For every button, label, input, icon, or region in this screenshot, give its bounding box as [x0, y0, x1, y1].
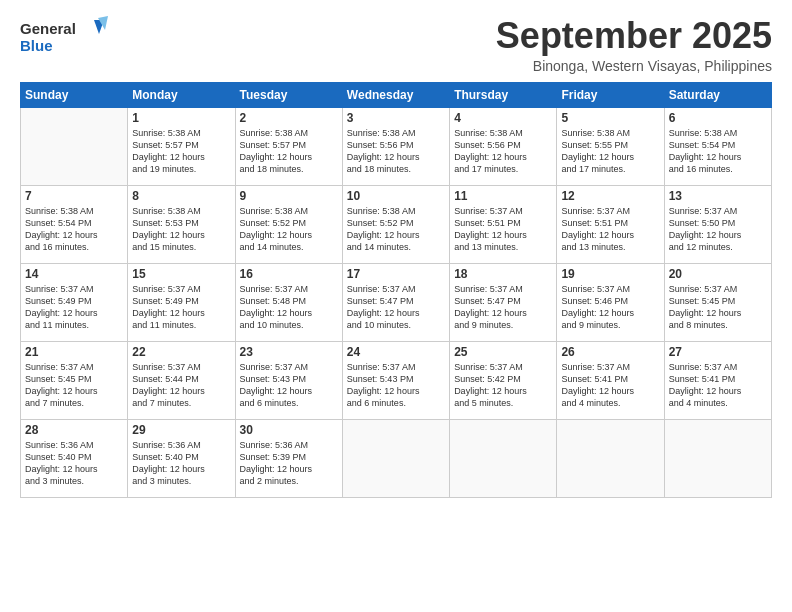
day-info: Sunrise: 5:38 AM Sunset: 5:52 PM Dayligh…: [240, 205, 338, 254]
calendar-cell: 26Sunrise: 5:37 AM Sunset: 5:41 PM Dayli…: [557, 341, 664, 419]
calendar-cell: [557, 419, 664, 497]
calendar-cell: 13Sunrise: 5:37 AM Sunset: 5:50 PM Dayli…: [664, 185, 771, 263]
calendar-week-row: 1Sunrise: 5:38 AM Sunset: 5:57 PM Daylig…: [21, 107, 772, 185]
day-number: 30: [240, 423, 338, 437]
day-info: Sunrise: 5:36 AM Sunset: 5:40 PM Dayligh…: [25, 439, 123, 488]
day-number: 14: [25, 267, 123, 281]
calendar-cell: 22Sunrise: 5:37 AM Sunset: 5:44 PM Dayli…: [128, 341, 235, 419]
title-area: September 2025 Binonga, Western Visayas,…: [496, 16, 772, 74]
day-info: Sunrise: 5:37 AM Sunset: 5:43 PM Dayligh…: [347, 361, 445, 410]
day-number: 26: [561, 345, 659, 359]
day-number: 9: [240, 189, 338, 203]
day-info: Sunrise: 5:37 AM Sunset: 5:43 PM Dayligh…: [240, 361, 338, 410]
day-number: 17: [347, 267, 445, 281]
weekday-header: Sunday: [21, 82, 128, 107]
day-info: Sunrise: 5:37 AM Sunset: 5:50 PM Dayligh…: [669, 205, 767, 254]
weekday-header: Saturday: [664, 82, 771, 107]
day-number: 27: [669, 345, 767, 359]
day-number: 29: [132, 423, 230, 437]
logo: General Blue: [20, 16, 110, 61]
day-info: Sunrise: 5:37 AM Sunset: 5:45 PM Dayligh…: [669, 283, 767, 332]
calendar: SundayMondayTuesdayWednesdayThursdayFrid…: [20, 82, 772, 498]
day-number: 8: [132, 189, 230, 203]
day-number: 6: [669, 111, 767, 125]
calendar-cell: 20Sunrise: 5:37 AM Sunset: 5:45 PM Dayli…: [664, 263, 771, 341]
logo-svg: General Blue: [20, 16, 110, 61]
weekday-header: Wednesday: [342, 82, 449, 107]
calendar-cell: 9Sunrise: 5:38 AM Sunset: 5:52 PM Daylig…: [235, 185, 342, 263]
calendar-cell: 7Sunrise: 5:38 AM Sunset: 5:54 PM Daylig…: [21, 185, 128, 263]
calendar-week-row: 14Sunrise: 5:37 AM Sunset: 5:49 PM Dayli…: [21, 263, 772, 341]
calendar-cell: 17Sunrise: 5:37 AM Sunset: 5:47 PM Dayli…: [342, 263, 449, 341]
day-info: Sunrise: 5:37 AM Sunset: 5:47 PM Dayligh…: [347, 283, 445, 332]
day-info: Sunrise: 5:36 AM Sunset: 5:39 PM Dayligh…: [240, 439, 338, 488]
calendar-cell: 14Sunrise: 5:37 AM Sunset: 5:49 PM Dayli…: [21, 263, 128, 341]
header: General Blue September 2025 Binonga, Wes…: [20, 16, 772, 74]
month-title: September 2025: [496, 16, 772, 56]
day-number: 18: [454, 267, 552, 281]
day-info: Sunrise: 5:37 AM Sunset: 5:42 PM Dayligh…: [454, 361, 552, 410]
calendar-cell: 19Sunrise: 5:37 AM Sunset: 5:46 PM Dayli…: [557, 263, 664, 341]
calendar-cell: 27Sunrise: 5:37 AM Sunset: 5:41 PM Dayli…: [664, 341, 771, 419]
calendar-cell: 25Sunrise: 5:37 AM Sunset: 5:42 PM Dayli…: [450, 341, 557, 419]
svg-text:General: General: [20, 20, 76, 37]
calendar-week-row: 21Sunrise: 5:37 AM Sunset: 5:45 PM Dayli…: [21, 341, 772, 419]
calendar-cell: 6Sunrise: 5:38 AM Sunset: 5:54 PM Daylig…: [664, 107, 771, 185]
day-number: 20: [669, 267, 767, 281]
day-info: Sunrise: 5:37 AM Sunset: 5:48 PM Dayligh…: [240, 283, 338, 332]
day-info: Sunrise: 5:37 AM Sunset: 5:41 PM Dayligh…: [561, 361, 659, 410]
calendar-cell: 5Sunrise: 5:38 AM Sunset: 5:55 PM Daylig…: [557, 107, 664, 185]
day-info: Sunrise: 5:38 AM Sunset: 5:56 PM Dayligh…: [347, 127, 445, 176]
weekday-header: Friday: [557, 82, 664, 107]
calendar-cell: 11Sunrise: 5:37 AM Sunset: 5:51 PM Dayli…: [450, 185, 557, 263]
day-number: 21: [25, 345, 123, 359]
day-info: Sunrise: 5:37 AM Sunset: 5:49 PM Dayligh…: [25, 283, 123, 332]
day-info: Sunrise: 5:37 AM Sunset: 5:49 PM Dayligh…: [132, 283, 230, 332]
weekday-header: Monday: [128, 82, 235, 107]
day-number: 23: [240, 345, 338, 359]
calendar-week-row: 28Sunrise: 5:36 AM Sunset: 5:40 PM Dayli…: [21, 419, 772, 497]
calendar-cell: 18Sunrise: 5:37 AM Sunset: 5:47 PM Dayli…: [450, 263, 557, 341]
day-number: 4: [454, 111, 552, 125]
day-number: 3: [347, 111, 445, 125]
calendar-cell: 24Sunrise: 5:37 AM Sunset: 5:43 PM Dayli…: [342, 341, 449, 419]
day-info: Sunrise: 5:38 AM Sunset: 5:56 PM Dayligh…: [454, 127, 552, 176]
day-number: 22: [132, 345, 230, 359]
day-info: Sunrise: 5:38 AM Sunset: 5:52 PM Dayligh…: [347, 205, 445, 254]
day-number: 5: [561, 111, 659, 125]
day-info: Sunrise: 5:37 AM Sunset: 5:44 PM Dayligh…: [132, 361, 230, 410]
day-number: 2: [240, 111, 338, 125]
day-number: 24: [347, 345, 445, 359]
calendar-cell: 10Sunrise: 5:38 AM Sunset: 5:52 PM Dayli…: [342, 185, 449, 263]
day-info: Sunrise: 5:37 AM Sunset: 5:41 PM Dayligh…: [669, 361, 767, 410]
calendar-cell: 16Sunrise: 5:37 AM Sunset: 5:48 PM Dayli…: [235, 263, 342, 341]
day-info: Sunrise: 5:38 AM Sunset: 5:55 PM Dayligh…: [561, 127, 659, 176]
svg-text:Blue: Blue: [20, 37, 53, 54]
calendar-cell: [450, 419, 557, 497]
calendar-cell: 12Sunrise: 5:37 AM Sunset: 5:51 PM Dayli…: [557, 185, 664, 263]
day-number: 19: [561, 267, 659, 281]
calendar-cell: 15Sunrise: 5:37 AM Sunset: 5:49 PM Dayli…: [128, 263, 235, 341]
day-info: Sunrise: 5:38 AM Sunset: 5:57 PM Dayligh…: [132, 127, 230, 176]
calendar-cell: 30Sunrise: 5:36 AM Sunset: 5:39 PM Dayli…: [235, 419, 342, 497]
calendar-cell: 29Sunrise: 5:36 AM Sunset: 5:40 PM Dayli…: [128, 419, 235, 497]
calendar-cell: [342, 419, 449, 497]
subtitle: Binonga, Western Visayas, Philippines: [496, 58, 772, 74]
calendar-week-row: 7Sunrise: 5:38 AM Sunset: 5:54 PM Daylig…: [21, 185, 772, 263]
calendar-cell: 1Sunrise: 5:38 AM Sunset: 5:57 PM Daylig…: [128, 107, 235, 185]
day-number: 11: [454, 189, 552, 203]
day-number: 1: [132, 111, 230, 125]
calendar-cell: [664, 419, 771, 497]
weekday-header: Thursday: [450, 82, 557, 107]
day-info: Sunrise: 5:38 AM Sunset: 5:54 PM Dayligh…: [25, 205, 123, 254]
day-info: Sunrise: 5:37 AM Sunset: 5:47 PM Dayligh…: [454, 283, 552, 332]
weekday-header: Tuesday: [235, 82, 342, 107]
day-number: 12: [561, 189, 659, 203]
day-number: 13: [669, 189, 767, 203]
day-info: Sunrise: 5:37 AM Sunset: 5:51 PM Dayligh…: [454, 205, 552, 254]
calendar-cell: 23Sunrise: 5:37 AM Sunset: 5:43 PM Dayli…: [235, 341, 342, 419]
calendar-cell: 28Sunrise: 5:36 AM Sunset: 5:40 PM Dayli…: [21, 419, 128, 497]
day-info: Sunrise: 5:37 AM Sunset: 5:51 PM Dayligh…: [561, 205, 659, 254]
calendar-cell: 4Sunrise: 5:38 AM Sunset: 5:56 PM Daylig…: [450, 107, 557, 185]
day-number: 16: [240, 267, 338, 281]
